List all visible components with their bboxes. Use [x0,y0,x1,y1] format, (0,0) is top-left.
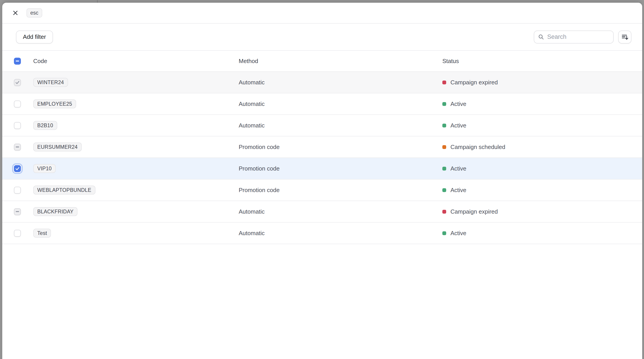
status-dot [442,210,446,214]
row-checkbox-cell [2,144,33,151]
indeterminate-icon [16,146,19,147]
sort-button[interactable] [618,30,632,43]
status-dot [442,188,446,192]
table-row[interactable]: EURSUMMER24 Promotion code Campaign sche… [2,136,642,158]
status-cell: Active [442,122,642,129]
table-row[interactable]: WINTER24 Automatic Campaign expired [2,72,642,93]
row-checkbox[interactable] [14,100,21,107]
row-checkbox-cell [2,230,33,237]
method-cell: Automatic [239,122,442,129]
select-all-checkbox[interactable] [14,58,21,65]
status-label: Campaign expired [450,79,498,86]
code-cell: WEBLAPTOPBUNDLE [33,186,239,195]
row-checkbox-cell [2,187,33,194]
method-cell: Promotion code [239,144,442,151]
row-checkbox-cell [2,79,33,86]
search-box [534,30,614,43]
table-row[interactable]: WEBLAPTOPBUNDLE Promotion code Active [2,179,642,201]
status-label: Active [450,165,466,172]
status-cell: Active [442,165,642,172]
method-cell: Automatic [239,208,442,215]
method-cell: Automatic [239,230,442,237]
add-filter-button[interactable]: Add filter [16,30,53,43]
status-dot [442,102,446,106]
row-checkbox[interactable] [14,165,21,172]
row-checkbox-cell [2,208,33,215]
table-body: WINTER24 Automatic Campaign expired EMPL… [2,72,642,244]
status-dot [442,231,446,235]
row-checkbox[interactable] [14,79,21,86]
code-cell: EMPLOYEE25 [33,99,239,108]
row-checkbox[interactable] [14,187,21,194]
discounts-table: Code Method Status WINTER24 Automatic Ca… [2,50,642,244]
method-cell: Promotion code [239,165,442,172]
row-checkbox-cell [2,122,33,129]
discounts-list-modal: esc Add filter [2,3,642,359]
column-header-code: Code [33,58,239,65]
check-icon [15,80,20,85]
toolbar-right [534,30,632,43]
column-header-method: Method [239,58,442,65]
table-row[interactable]: VIP10 Promotion code Active [2,158,642,179]
row-checkbox-cell [2,100,33,107]
status-label: Active [450,230,466,237]
status-cell: Active [442,187,642,194]
method-cell: Automatic [239,100,442,107]
code-badge: EMPLOYEE25 [33,99,76,108]
table-row[interactable]: BLACKFRIDAY Automatic Campaign expired [2,201,642,223]
select-all-cell [2,58,33,65]
status-label: Active [450,100,466,107]
status-dot [442,124,446,127]
table-row[interactable]: B2B10 Automatic Active [2,115,642,136]
search-icon [538,34,544,40]
method-cell: Promotion code [239,187,442,194]
close-icon [12,10,18,16]
status-cell: Campaign expired [442,208,642,215]
sort-descending-icon [621,33,629,41]
row-checkbox-cell [2,165,33,172]
method-cell: Automatic [239,79,442,86]
modal-header: esc [2,3,642,23]
table-row[interactable]: Test Automatic Active [2,223,642,244]
status-label: Campaign scheduled [450,144,505,151]
code-cell: B2B10 [33,121,239,130]
code-badge: EURSUMMER24 [33,142,82,151]
row-checkbox[interactable] [14,208,21,215]
code-cell: WINTER24 [33,78,239,87]
status-dot [442,80,446,84]
status-label: Active [450,122,466,129]
status-cell: Active [442,230,642,237]
status-dot [442,167,446,171]
table-row[interactable]: EMPLOYEE25 Automatic Active [2,93,642,115]
row-checkbox[interactable] [14,230,21,237]
toolbar: Add filter [2,23,642,50]
code-badge: Test [33,229,51,238]
code-badge: BLACKFRIDAY [33,207,78,216]
row-checkbox[interactable] [14,144,21,151]
status-label: Campaign expired [450,208,498,215]
code-cell: BLACKFRIDAY [33,207,239,216]
column-header-status: Status [442,58,642,65]
code-cell: EURSUMMER24 [33,142,239,151]
table-header-row: Code Method Status [2,50,642,72]
status-cell: Active [442,100,642,107]
check-icon [15,166,20,171]
code-badge: B2B10 [33,121,57,130]
code-badge: VIP10 [33,164,56,173]
search-input[interactable] [547,33,609,40]
status-cell: Campaign expired [442,79,642,86]
status-cell: Campaign scheduled [442,144,642,151]
indeterminate-icon [16,60,19,61]
code-badge: WEBLAPTOPBUNDLE [33,186,96,195]
indeterminate-icon [16,211,19,212]
row-checkbox[interactable] [14,122,21,129]
status-dot [442,145,446,149]
code-cell: VIP10 [33,164,239,173]
code-cell: Test [33,229,239,238]
esc-key-hint: esc [26,8,42,17]
code-badge: WINTER24 [33,78,68,87]
status-label: Active [450,187,466,194]
close-button[interactable] [11,8,20,17]
